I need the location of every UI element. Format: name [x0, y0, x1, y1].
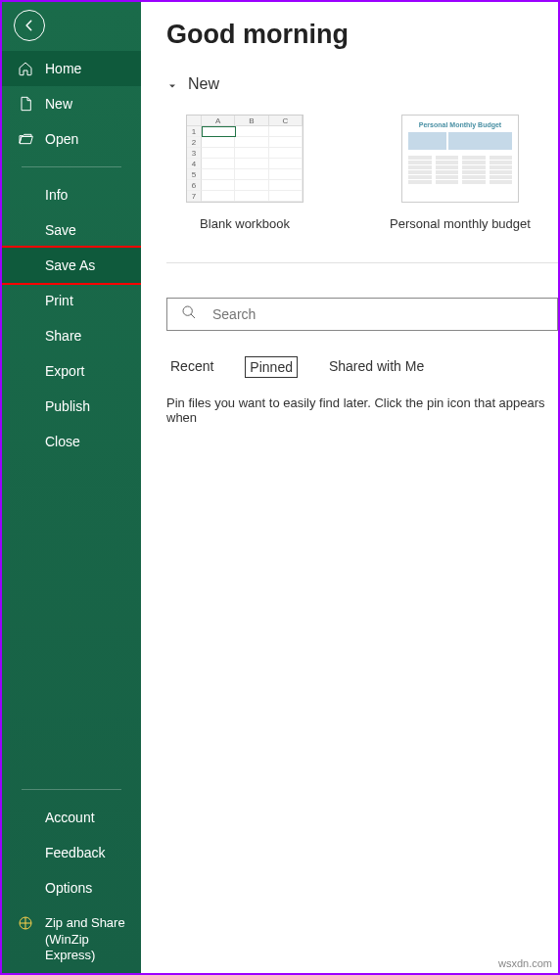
template-label: Personal monthly budget	[382, 216, 538, 231]
divider	[22, 166, 121, 167]
sidebar-item-label: New	[45, 96, 72, 112]
sidebar-item-publish[interactable]: Publish	[2, 389, 141, 424]
sidebar-item-feedback[interactable]: Feedback	[2, 835, 141, 870]
sidebar-item-save[interactable]: Save	[2, 212, 141, 248]
sidebar-item-close[interactable]: Close	[2, 424, 141, 459]
sidebar-item-label: Publish	[45, 398, 90, 414]
sidebar-item-export[interactable]: Export	[2, 353, 141, 389]
sidebar-item-home[interactable]: Home	[2, 51, 141, 86]
sidebar-item-options[interactable]: Options	[2, 870, 141, 905]
sidebar-item-label: Account	[45, 810, 95, 825]
search-icon	[181, 304, 197, 324]
page-title: Good morning	[166, 20, 558, 50]
divider	[22, 789, 121, 790]
chevron-down-icon	[166, 78, 178, 90]
template-label: Blank workbook	[166, 216, 323, 231]
watermark: wsxdn.com	[498, 957, 552, 969]
template-gallery: A B C 1 2 3 4 5 6 7 Blank workbook Perso…	[166, 115, 558, 231]
divider	[166, 262, 558, 263]
back-button[interactable]	[14, 10, 45, 41]
sidebar-item-label: Close	[45, 434, 80, 449]
sidebar-item-label: Save	[45, 222, 76, 238]
search-box[interactable]	[166, 298, 558, 331]
sidebar-item-label: Open	[45, 131, 78, 147]
sidebar-item-new[interactable]: New	[2, 86, 141, 121]
new-section-toggle[interactable]: New	[166, 75, 558, 93]
sidebar-item-label: Home	[45, 61, 81, 76]
sidebar-item-info[interactable]: Info	[2, 177, 141, 212]
template-thumb: Personal Monthly Budget	[401, 115, 519, 203]
template-thumb: A B C 1 2 3 4 5 6 7	[186, 115, 303, 203]
sidebar-item-label: Export	[45, 363, 84, 379]
backstage-sidebar: Home New Open Info Save Save As Print Sh…	[2, 2, 141, 973]
tab-pinned[interactable]: Pinned	[245, 356, 298, 378]
template-personal-budget[interactable]: Personal Monthly Budget Personal monthly…	[382, 115, 538, 231]
sidebar-item-zip-share[interactable]: Zip and Share (WinZip Express)	[2, 905, 141, 973]
sidebar-item-share[interactable]: Share	[2, 318, 141, 353]
sidebar-item-label: Share	[45, 328, 81, 344]
tab-shared-with-me[interactable]: Shared with Me	[325, 356, 428, 378]
template-blank-workbook[interactable]: A B C 1 2 3 4 5 6 7 Blank workbook	[166, 115, 323, 231]
folder-open-icon	[18, 131, 33, 147]
section-label: New	[188, 75, 219, 93]
tab-recent[interactable]: Recent	[166, 356, 217, 378]
sidebar-item-print[interactable]: Print	[2, 283, 141, 318]
main-content: Good morning New A B C 1 2 3 4	[141, 2, 558, 973]
sidebar-item-account[interactable]: Account	[2, 800, 141, 835]
sidebar-item-label: Save As	[45, 257, 95, 273]
sidebar-item-save-as[interactable]: Save As	[0, 246, 143, 285]
sidebar-item-label: Print	[45, 293, 73, 308]
svg-line-2	[191, 314, 195, 318]
sidebar-item-label: Feedback	[45, 845, 105, 860]
file-tabs: Recent Pinned Shared with Me	[166, 356, 558, 378]
pinned-hint: Pin files you want to easily find later.…	[166, 395, 558, 425]
sidebar-item-label: Options	[45, 880, 92, 896]
sidebar-item-label: Zip and Share (WinZip Express)	[45, 915, 135, 963]
svg-point-1	[183, 306, 192, 315]
home-icon	[18, 61, 33, 76]
zip-icon	[18, 915, 33, 931]
search-input[interactable]	[212, 306, 543, 322]
sidebar-item-label: Info	[45, 187, 68, 203]
sidebar-item-open[interactable]: Open	[2, 121, 141, 157]
document-icon	[18, 96, 33, 112]
